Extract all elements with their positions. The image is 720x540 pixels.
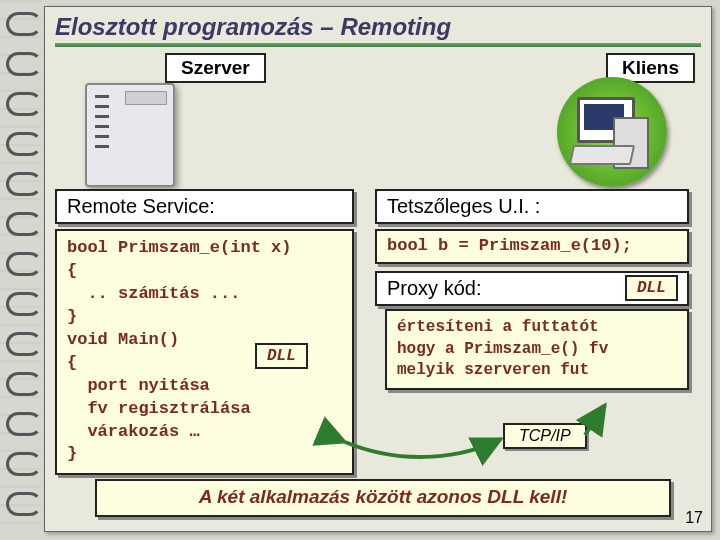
slide-sheet: Elosztott programozás – Remoting Szerver… xyxy=(44,6,712,532)
page-number: 17 xyxy=(685,509,703,527)
footer-note: A két alkalmazás között azonos DLL kell! xyxy=(95,479,671,517)
arrows xyxy=(45,7,705,527)
spiral-binding xyxy=(0,0,42,540)
